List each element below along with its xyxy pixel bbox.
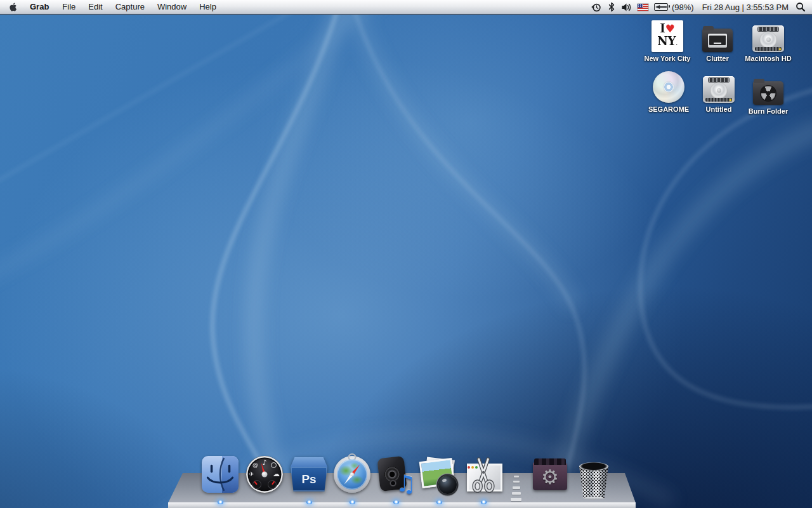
time-machine-glyph — [591, 2, 602, 13]
time-machine-icon[interactable] — [591, 0, 602, 14]
icon-label: Clutter — [706, 55, 728, 62]
icon-label: Untitled — [706, 105, 732, 113]
separator-dash — [513, 481, 520, 483]
drive-platter — [710, 82, 728, 99]
screen-graphic — [708, 34, 727, 48]
volume-icon[interactable] — [621, 0, 632, 14]
gauge-cloud-glyph: ☁ — [273, 470, 280, 478]
dock: ♪ @ ✈ ☁ Ps — [168, 472, 636, 508]
clock-text: Fri 28 Aug | 3:55:53 PM — [701, 3, 790, 12]
gauge-clock-glyph — [271, 462, 277, 468]
dock-item-itunes[interactable] — [377, 456, 414, 493]
trash-rim — [579, 462, 608, 471]
hard-drive-icon — [703, 76, 735, 103]
bluetooth-icon[interactable] — [608, 0, 615, 14]
trash-base — [584, 497, 604, 500]
i-love-ny-picture-icon: I♥ NY. — [652, 20, 683, 52]
separator-dash — [513, 486, 520, 489]
trash-mesh-body — [579, 467, 608, 498]
desktop: Grab File Edit Capture Window Help — [0, 0, 812, 508]
dock-item-grab[interactable] — [465, 456, 502, 493]
dock-item-safari[interactable] — [334, 456, 370, 493]
separator-dash — [514, 476, 519, 478]
nyc-ny: NY — [657, 34, 676, 48]
nyc-heart: ♥ — [665, 22, 675, 35]
nyc-line2: NY. — [657, 35, 678, 50]
ps-box-top — [291, 457, 327, 467]
desktop-icon-clutter[interactable]: Clutter — [689, 19, 746, 62]
icon-label: SEGAROME — [648, 105, 689, 113]
running-indicator-photoshop — [306, 500, 312, 504]
dock-shelf-front — [168, 503, 636, 508]
battery-menu[interactable]: (98%) — [654, 0, 695, 14]
drive-sticker — [709, 78, 729, 82]
running-indicator-finder — [218, 500, 223, 504]
ps-box-front: Ps — [291, 467, 327, 491]
input-language-menu[interactable] — [638, 0, 648, 14]
drive-led — [779, 48, 781, 50]
purple-folder-gear — [533, 462, 567, 490]
nyc-i: I — [660, 22, 665, 35]
dock-item-trash[interactable] — [578, 462, 610, 499]
desktop-icon-burn-folder[interactable]: Burn Folder — [740, 72, 797, 115]
burn-symbol — [761, 86, 776, 100]
drive-platter — [760, 31, 777, 48]
burn-folder-icon — [753, 81, 783, 105]
drive-connectors — [705, 98, 732, 102]
icon-label: Burn Folder — [749, 107, 788, 115]
scissors-icon — [465, 456, 502, 493]
menu-item-file[interactable]: File — [56, 0, 82, 14]
dock-item-iphoto[interactable] — [421, 456, 457, 493]
drive-connectors — [755, 47, 782, 51]
battery-percent: (98%) — [671, 3, 695, 12]
cd-disc-icon — [653, 71, 684, 103]
icon-box — [752, 19, 784, 52]
dock-item-photoshop[interactable]: Ps — [291, 456, 327, 493]
ps-badge: Ps — [301, 472, 316, 486]
apple-logo-icon — [9, 2, 18, 12]
icon-box: I♥ NY. — [652, 19, 683, 52]
gauge-plane-glyph: ✈ — [249, 471, 254, 478]
icon-box — [703, 70, 735, 103]
desktop-icon-macintosh-hd[interactable]: Macintosh HD — [740, 19, 797, 62]
us-flag-icon — [638, 4, 648, 11]
spotlight-button[interactable] — [796, 0, 806, 14]
finder-face — [202, 456, 239, 493]
spotlight-magnifier-icon — [796, 2, 806, 12]
menu-item-window[interactable]: Window — [151, 0, 193, 14]
icon-label: Macintosh HD — [745, 55, 791, 62]
gauge-subdial — [268, 480, 277, 489]
running-indicator-itunes — [393, 500, 399, 504]
desktop-icon-untitled[interactable]: Untitled — [690, 70, 747, 113]
gauge-subdial — [252, 480, 261, 489]
apple-menu[interactable] — [4, 0, 23, 14]
menu-item-edit[interactable]: Edit — [82, 0, 108, 14]
menu-item-help[interactable]: Help — [193, 0, 223, 14]
dock-item-finder[interactable] — [202, 456, 239, 493]
running-indicator-safari — [350, 500, 355, 504]
dock-item-dashboard[interactable]: ♪ @ ✈ ☁ — [246, 456, 283, 493]
desktop-icon-segarome[interactable]: SEGAROME — [640, 70, 697, 113]
separator-dash — [512, 492, 521, 495]
hard-drive-icon — [752, 25, 784, 52]
menu-bar: Grab File Edit Capture Window Help — [0, 0, 812, 15]
gauge-note-glyph: ♪ — [262, 458, 266, 467]
icon-box — [753, 72, 783, 105]
menu-item-grab[interactable]: Grab — [23, 0, 56, 14]
nyc-line1: I♥ — [660, 22, 675, 35]
black-folder-icon — [702, 29, 733, 52]
menu-item-capture[interactable]: Capture — [109, 0, 151, 14]
menu-clock[interactable]: Fri 28 Aug | 3:55:53 PM — [701, 0, 790, 14]
battery-icon — [654, 3, 668, 11]
desktop-icon-new-york-city[interactable]: I♥ NY. New York City — [639, 19, 696, 62]
compass-hub — [350, 472, 354, 476]
separator-dash — [511, 498, 521, 501]
menu-bar-status-area: (98%) Fri 28 Aug | 3:55:53 PM — [591, 0, 812, 14]
menu-bar-left: Grab File Edit Capture Window Help — [0, 0, 223, 14]
icon-box — [653, 70, 684, 103]
dock-item-utilities-folder[interactable] — [532, 456, 568, 493]
gauge-hub — [262, 472, 268, 478]
running-indicator-grab — [481, 500, 487, 504]
screen-base — [714, 43, 721, 44]
nyc-reg: . — [676, 41, 677, 46]
